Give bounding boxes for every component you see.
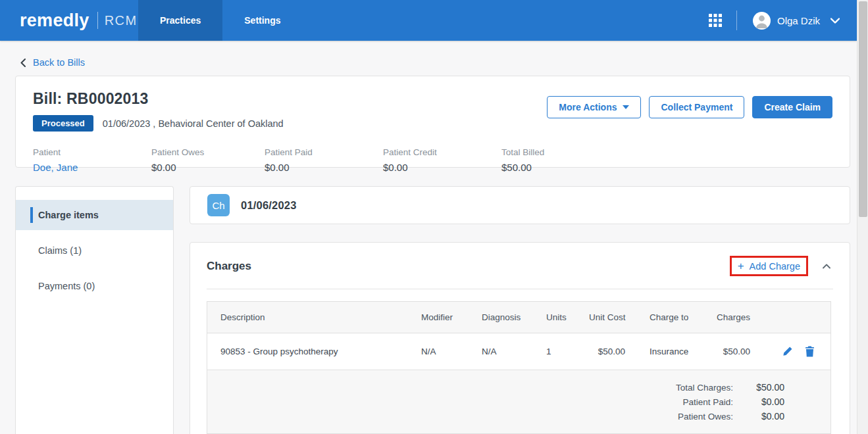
collect-payment-button[interactable]: Collect Payment bbox=[649, 96, 744, 118]
cell-modifier: N/A bbox=[421, 347, 482, 356]
scrollbar-thumb[interactable] bbox=[859, 1, 867, 217]
total-charges-line: Total Charges: $50.00 bbox=[220, 380, 784, 395]
stat-label: Patient Owes bbox=[151, 147, 265, 157]
col-header-unit-cost: Unit Cost bbox=[589, 312, 650, 322]
pencil-icon bbox=[782, 346, 793, 357]
charges-totals: Total Charges: $50.00 Patient Paid: $0.0… bbox=[207, 370, 830, 433]
add-charge-button[interactable]: + Add Charge bbox=[738, 260, 800, 272]
bill-subtitle: 01/06/2023 , Behavioral Center of Oaklan… bbox=[103, 118, 284, 129]
bill-actions: More Actions Collect Payment Create Clai… bbox=[547, 90, 832, 118]
collapse-section-button[interactable] bbox=[820, 261, 833, 272]
col-header-diagnosis: Diagnosis bbox=[482, 312, 546, 322]
stat-value: $0.00 bbox=[383, 162, 501, 173]
sidebar-item-charge-items[interactable]: Charge items bbox=[16, 200, 173, 230]
trash-icon bbox=[805, 346, 815, 357]
brand-suffix: RCM bbox=[105, 13, 138, 28]
bill-stats-row: Patient Doe, Jane Patient Owes $0.00 Pat… bbox=[33, 147, 832, 173]
total-label: Patient Paid: bbox=[682, 397, 733, 407]
vertical-scrollbar[interactable] bbox=[857, 0, 868, 434]
col-header-modifier: Modifier bbox=[421, 312, 482, 322]
charges-table-header: Description Modifier Diagnosis Units Uni… bbox=[207, 302, 830, 333]
edit-charge-button[interactable] bbox=[782, 346, 793, 357]
cell-description: 90853 - Group psychotherapy bbox=[207, 347, 421, 356]
top-navbar: remedly RCM Practices Settings Olga Dzik bbox=[0, 0, 857, 41]
total-label: Patient Owes: bbox=[678, 412, 733, 422]
charge-group-card: Ch 01/06/2023 bbox=[190, 186, 850, 224]
brand-logo[interactable]: remedly RCM bbox=[0, 0, 138, 41]
stat-label: Total Billed bbox=[501, 147, 544, 157]
charges-section-title: Charges bbox=[207, 260, 251, 273]
total-value: $0.00 bbox=[733, 411, 784, 422]
bill-header-card: Bill: RB0002013 Processed 01/06/2023 , B… bbox=[15, 76, 850, 168]
cell-charge-to: Insurance bbox=[650, 347, 715, 356]
cell-units: 1 bbox=[546, 347, 589, 356]
more-actions-label: More Actions bbox=[559, 102, 617, 112]
sidebar-item-payments[interactable]: Payments (0) bbox=[16, 271, 173, 301]
stat-value: $0.00 bbox=[265, 162, 383, 173]
chevron-down-icon bbox=[830, 18, 840, 24]
charges-table: Description Modifier Diagnosis Units Uni… bbox=[207, 301, 831, 434]
chevron-up-icon bbox=[823, 264, 830, 269]
brand-divider bbox=[97, 12, 98, 29]
tab-practices[interactable]: Practices bbox=[138, 0, 222, 41]
stat-value: $50.00 bbox=[501, 162, 544, 173]
status-badge: Processed bbox=[33, 115, 93, 132]
stat-label: Patient Paid bbox=[265, 147, 383, 157]
col-header-units: Units bbox=[546, 312, 589, 322]
col-header-description: Description bbox=[207, 312, 421, 322]
cell-charges: $50.00 bbox=[715, 347, 770, 356]
apps-grid-icon[interactable] bbox=[709, 14, 722, 27]
total-value: $50.00 bbox=[733, 382, 784, 393]
patient-paid-line: Patient Paid: $0.00 bbox=[220, 395, 784, 409]
user-name: Olga Dzik bbox=[777, 15, 820, 26]
sidebar-item-claims[interactable]: Claims (1) bbox=[16, 235, 173, 266]
user-avatar bbox=[753, 12, 771, 30]
total-value: $0.00 bbox=[733, 397, 784, 407]
total-label: Total Charges: bbox=[676, 383, 733, 393]
stat-patient-owes: Patient Owes $0.00 bbox=[151, 147, 265, 173]
page-title: Bill: RB0002013 bbox=[33, 90, 284, 108]
charge-group-date: 01/06/2023 bbox=[241, 199, 297, 212]
bill-sidebar: Charge items Claims (1) Payments (0) bbox=[15, 186, 174, 434]
main-nav-tabs: Practices Settings bbox=[138, 0, 303, 41]
patient-link[interactable]: Doe, Jane bbox=[33, 162, 151, 173]
person-icon bbox=[753, 12, 771, 30]
navbar-right: Olga Dzik bbox=[709, 0, 857, 41]
stat-patient-paid: Patient Paid $0.00 bbox=[265, 147, 383, 173]
charge-row: 90853 - Group psychotherapy N/A N/A 1 $5… bbox=[207, 333, 830, 370]
col-header-charges: Charges bbox=[715, 312, 770, 322]
stat-value: $0.00 bbox=[151, 162, 265, 173]
collect-payment-label: Collect Payment bbox=[661, 102, 732, 112]
chevron-left-icon bbox=[20, 59, 26, 67]
more-actions-button[interactable]: More Actions bbox=[547, 96, 641, 118]
stat-total-billed: Total Billed $50.00 bbox=[501, 147, 544, 173]
navbar-divider bbox=[736, 11, 737, 30]
stat-label: Patient bbox=[33, 147, 151, 157]
stat-label: Patient Credit bbox=[383, 147, 501, 157]
create-claim-label: Create Claim bbox=[764, 102, 821, 112]
create-claim-button[interactable]: Create Claim bbox=[752, 96, 832, 118]
cell-diagnosis: N/A bbox=[482, 347, 546, 356]
plus-icon: + bbox=[738, 260, 744, 272]
add-charge-label: Add Charge bbox=[750, 261, 800, 272]
charge-group-badge: Ch bbox=[207, 194, 230, 216]
stat-patient: Patient Doe, Jane bbox=[33, 147, 151, 173]
patient-owes-line: Patient Owes: $0.00 bbox=[220, 409, 784, 423]
tab-settings[interactable]: Settings bbox=[222, 0, 302, 41]
breadcrumb-label: Back to Bills bbox=[33, 57, 85, 68]
user-menu[interactable]: Olga Dzik bbox=[753, 12, 840, 30]
caret-down-icon bbox=[623, 105, 629, 109]
breadcrumb-back-to-bills[interactable]: Back to Bills bbox=[20, 57, 85, 68]
stat-patient-credit: Patient Credit $0.00 bbox=[383, 147, 501, 173]
delete-charge-button[interactable] bbox=[805, 346, 815, 357]
col-header-charge-to: Charge to bbox=[650, 312, 715, 322]
brand-name: remedly bbox=[20, 12, 89, 30]
cell-unit-cost: $50.00 bbox=[589, 347, 650, 356]
charges-card: Charges + Add Charge Description Modifie… bbox=[190, 242, 850, 434]
annotation-highlight-box: + Add Charge bbox=[730, 256, 808, 276]
